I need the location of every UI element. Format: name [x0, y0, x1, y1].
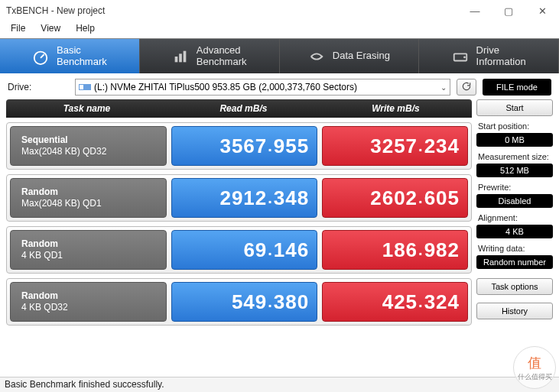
- task-name-line2: Max(2048 KB) QD32: [21, 146, 166, 157]
- tab-basic-benchmark[interactable]: Basic Benchmark: [0, 39, 140, 73]
- writing-data-value: Random number: [476, 255, 553, 269]
- svg-point-0: [34, 51, 47, 64]
- drive-icon: [452, 48, 469, 65]
- svg-point-6: [463, 56, 466, 58]
- read-value: 3567.955: [171, 126, 317, 166]
- write-value: 186.982: [322, 230, 468, 270]
- svg-rect-4: [183, 50, 186, 62]
- read-value: 2912.348: [171, 178, 317, 218]
- result-row: RandomMax(2048 KB) QD12912.3482602.605: [6, 174, 472, 222]
- alignment-label: Alignment:: [476, 210, 553, 222]
- menu-file[interactable]: File: [5, 21, 31, 38]
- svg-rect-8: [80, 85, 83, 89]
- status-bar: Basic Benchmark finished successfully.: [0, 377, 559, 392]
- menubar: File View Help: [0, 21, 559, 38]
- start-button[interactable]: Start: [476, 99, 553, 116]
- read-value: 549.380: [171, 282, 317, 322]
- tab-drive-information[interactable]: Drive Information: [419, 39, 559, 73]
- result-row: Random4 KB QD32549.380425.324: [6, 278, 472, 326]
- tab-label: Advanced Benchmark: [197, 45, 247, 67]
- gauge-icon: [32, 48, 49, 65]
- close-button[interactable]: ✕: [525, 0, 559, 21]
- tab-data-erasing[interactable]: Data Erasing: [280, 39, 420, 73]
- menu-help[interactable]: Help: [70, 21, 101, 38]
- svg-rect-2: [174, 57, 177, 62]
- watermark: 值 什么值得买: [513, 346, 556, 389]
- side-panel: Start Start position: 0 MB Measurement s…: [476, 99, 553, 326]
- task-cell: Random4 KB QD32: [10, 282, 167, 322]
- task-name-line1: Random: [21, 238, 166, 250]
- svg-rect-3: [179, 53, 182, 62]
- task-name-line1: Random: [21, 186, 166, 198]
- disk-icon: [79, 83, 91, 92]
- write-value: 425.324: [322, 282, 468, 322]
- svg-line-1: [41, 54, 44, 58]
- prewrite-value: Disabled: [476, 194, 553, 208]
- results-panel: Task name Read mB/s Write mB/s Sequentia…: [6, 99, 472, 326]
- task-cell: SequentialMax(2048 KB) QD32: [10, 126, 167, 166]
- chevron-down-icon: ⌄: [437, 83, 447, 92]
- task-name-line2: Max(2048 KB) QD1: [21, 198, 166, 209]
- drive-selected-text: (L:) NVMe ZHITAI TiPlus500 953.85 GB (2,…: [94, 82, 357, 92]
- results-header: Task name Read mB/s Write mB/s: [6, 99, 472, 118]
- tab-label: Data Erasing: [333, 50, 390, 61]
- task-name-line1: Random: [21, 290, 166, 302]
- alignment-value: 4 KB: [476, 225, 553, 238]
- task-options-button[interactable]: Task options: [476, 278, 553, 295]
- chart-icon: [172, 48, 189, 65]
- header-write: Write mB/s: [320, 99, 472, 118]
- history-button[interactable]: History: [476, 303, 553, 319]
- result-row: SequentialMax(2048 KB) QD323567.9553257.…: [6, 122, 472, 170]
- task-name-line2: 4 KB QD1: [21, 250, 166, 261]
- menu-view[interactable]: View: [34, 21, 67, 38]
- titlebar: TxBENCH - New project — ▢ ✕: [0, 0, 559, 21]
- tab-label: Drive Information: [476, 45, 526, 67]
- measurement-size-value: 512 MB: [476, 164, 553, 177]
- task-cell: Random4 KB QD1: [10, 230, 167, 270]
- task-name-line2: 4 KB QD32: [21, 302, 166, 313]
- task-cell: RandomMax(2048 KB) QD1: [10, 178, 167, 218]
- erase-icon: [308, 48, 325, 65]
- refresh-icon: [461, 81, 472, 94]
- refresh-button[interactable]: [457, 79, 476, 96]
- tab-label: Basic Benchmark: [57, 45, 107, 67]
- start-position-label: Start position:: [476, 118, 553, 131]
- nav-tabs: Basic Benchmark Advanced Benchmark Data …: [0, 38, 559, 73]
- header-read: Read mB/s: [167, 99, 320, 118]
- drive-row: Drive: (L:) NVMe ZHITAI TiPlus500 953.85…: [0, 73, 559, 96]
- app-title: TxBENCH - New project: [6, 5, 105, 16]
- measurement-size-label: Measurement size:: [476, 149, 553, 161]
- writing-data-label: Writing data:: [476, 241, 553, 253]
- write-value: 3257.234: [322, 126, 468, 166]
- write-value: 2602.605: [322, 178, 468, 218]
- task-name-line1: Sequential: [21, 134, 166, 146]
- read-value: 69.146: [171, 230, 317, 270]
- result-row: Random4 KB QD169.146186.982: [6, 226, 472, 274]
- start-position-value: 0 MB: [476, 133, 553, 147]
- maximize-button[interactable]: ▢: [492, 0, 525, 21]
- prewrite-label: Prewrite:: [476, 180, 553, 192]
- header-task: Task name: [6, 99, 167, 118]
- drive-select[interactable]: (L:) NVMe ZHITAI TiPlus500 953.85 GB (2,…: [75, 79, 450, 96]
- tab-advanced-benchmark[interactable]: Advanced Benchmark: [140, 39, 280, 73]
- file-mode-button[interactable]: FILE mode: [483, 79, 551, 96]
- minimize-button[interactable]: —: [458, 0, 492, 21]
- drive-label: Drive:: [8, 82, 69, 92]
